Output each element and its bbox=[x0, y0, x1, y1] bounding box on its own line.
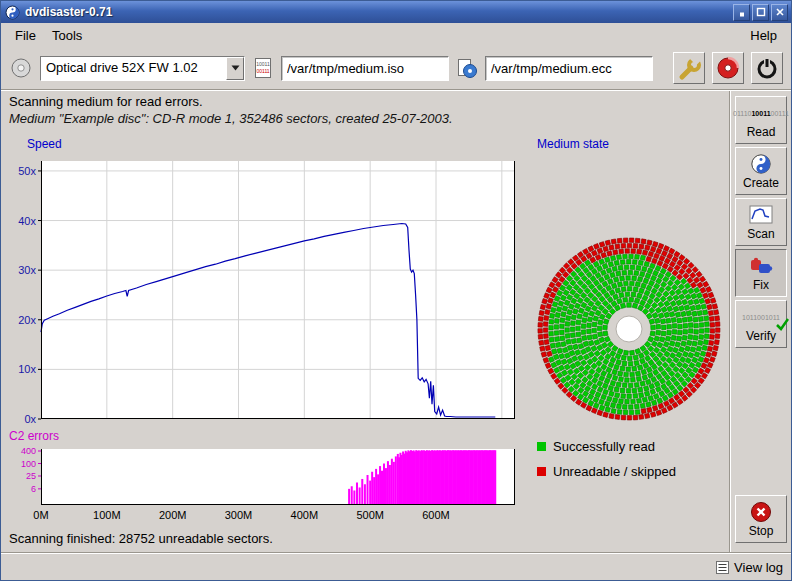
fix-button[interactable]: Fix bbox=[735, 249, 787, 297]
menubar: File Tools Help bbox=[1, 23, 791, 47]
menu-help[interactable]: Help bbox=[742, 26, 785, 45]
green-swatch bbox=[537, 442, 546, 451]
svg-text:50x: 50x bbox=[18, 165, 36, 177]
c2-errors-chart: 6251004000M100M200M300M400M500M600M bbox=[7, 445, 519, 525]
svg-text:20x: 20x bbox=[18, 314, 36, 326]
menu-file[interactable]: File bbox=[7, 26, 44, 45]
titlebar: dvdisaster-0.71 bbox=[1, 1, 791, 23]
svg-text:400: 400 bbox=[21, 446, 36, 456]
svg-text:0x: 0x bbox=[24, 413, 36, 425]
fix-label: Fix bbox=[753, 278, 769, 292]
main-area: Scanning medium for read errors. Medium … bbox=[1, 91, 729, 552]
svg-text:30x: 30x bbox=[18, 264, 36, 276]
verify-button[interactable]: 10110 01011 Verify bbox=[735, 300, 787, 348]
svg-text:600M: 600M bbox=[422, 509, 450, 521]
legend-bad-label: Unreadable / skipped bbox=[553, 464, 676, 479]
c2-errors-title: C2 errors bbox=[9, 429, 59, 443]
action-sidebar: 01110 10011 00111 Read Create bbox=[731, 91, 791, 552]
bottombar: View log bbox=[1, 554, 791, 580]
medium-state-title: Medium state bbox=[537, 137, 609, 151]
preferences-button[interactable] bbox=[673, 52, 705, 84]
svg-text:500M: 500M bbox=[356, 509, 384, 521]
red-disc-icon bbox=[715, 55, 741, 81]
scan-curve-icon bbox=[749, 203, 773, 227]
svg-text:10x: 10x bbox=[18, 363, 36, 375]
medium-state-disc bbox=[531, 231, 727, 427]
svg-text:10011: 10011 bbox=[256, 61, 270, 67]
yin-yang-icon bbox=[750, 152, 772, 176]
check-icon bbox=[776, 318, 789, 332]
legend-ok-label: Successfully read bbox=[553, 439, 655, 454]
svg-text:300M: 300M bbox=[225, 509, 253, 521]
wrench-icon bbox=[676, 55, 702, 81]
view-log-button[interactable]: View log bbox=[716, 560, 783, 575]
svg-text:25: 25 bbox=[26, 471, 36, 481]
close-icon bbox=[775, 7, 785, 17]
create-label: Create bbox=[743, 176, 779, 190]
read-label: Read bbox=[747, 125, 776, 139]
toolbar: Optical drive 52X FW 1.02 10011 00111 bbox=[1, 47, 791, 89]
maximize-icon bbox=[756, 7, 766, 17]
optical-drive-icon bbox=[9, 56, 33, 80]
red-swatch bbox=[537, 467, 546, 476]
medium-info: Medium "Example disc": CD-R mode 1, 3524… bbox=[9, 111, 453, 126]
scan-label: Scan bbox=[747, 227, 774, 241]
minimize-button[interactable] bbox=[733, 4, 750, 21]
binary-verify-icon: 10110 01011 bbox=[742, 305, 780, 329]
svg-text:100: 100 bbox=[21, 459, 36, 469]
stop-button[interactable]: Stop bbox=[735, 495, 787, 543]
puzzle-fix-icon bbox=[749, 254, 773, 278]
svg-text:40x: 40x bbox=[18, 215, 36, 227]
minimize-icon bbox=[737, 7, 747, 17]
iso-image-icon: 10011 00111 bbox=[252, 57, 274, 79]
read-button[interactable]: 01110 10011 00111 Read bbox=[735, 96, 787, 144]
svg-text:00111: 00111 bbox=[256, 68, 269, 74]
status-heading: Scanning medium for read errors. bbox=[9, 94, 203, 109]
create-button[interactable]: Create bbox=[735, 147, 787, 195]
legend-unreadable: Unreadable / skipped bbox=[537, 464, 676, 479]
maximize-button[interactable] bbox=[752, 4, 769, 21]
verify-label: Verify bbox=[746, 329, 776, 343]
log-icon bbox=[716, 561, 729, 574]
stop-label: Stop bbox=[749, 524, 774, 538]
disc-button[interactable] bbox=[712, 52, 744, 84]
ecc-path-input[interactable] bbox=[485, 56, 653, 81]
scan-result-status: Scanning finished: 28752 unreadable sect… bbox=[9, 531, 273, 546]
quit-button[interactable] bbox=[751, 52, 783, 84]
speed-chart-title: Speed bbox=[27, 137, 62, 151]
scan-button[interactable]: Scan bbox=[735, 198, 787, 246]
app-window: dvdisaster-0.71 File Tools Help bbox=[0, 0, 792, 581]
drive-select[interactable]: Optical drive 52X FW 1.02 bbox=[40, 56, 245, 81]
close-button[interactable] bbox=[771, 4, 788, 21]
ecc-file-icon bbox=[456, 57, 478, 79]
chevron-down-icon[interactable] bbox=[226, 57, 244, 80]
stop-icon bbox=[749, 500, 773, 524]
view-log-label: View log bbox=[734, 560, 783, 575]
svg-text:0M: 0M bbox=[33, 509, 48, 521]
window-title: dvdisaster-0.71 bbox=[25, 5, 733, 19]
power-icon bbox=[754, 55, 780, 81]
svg-text:200M: 200M bbox=[159, 509, 187, 521]
window-menu-icon[interactable] bbox=[4, 4, 20, 20]
drive-select-value: Optical drive 52X FW 1.02 bbox=[41, 57, 226, 80]
yin-yang-icon bbox=[5, 5, 20, 20]
svg-text:400M: 400M bbox=[291, 509, 319, 521]
legend-successfully-read: Successfully read bbox=[537, 439, 655, 454]
svg-text:100M: 100M bbox=[93, 509, 121, 521]
svg-text:6: 6 bbox=[31, 484, 36, 494]
iso-path-input[interactable] bbox=[281, 56, 449, 81]
menu-tools[interactable]: Tools bbox=[44, 26, 90, 45]
speed-chart: 0x10x20x30x40x50x bbox=[7, 153, 519, 425]
binary-read-icon: 01110 10011 00111 bbox=[733, 101, 789, 125]
